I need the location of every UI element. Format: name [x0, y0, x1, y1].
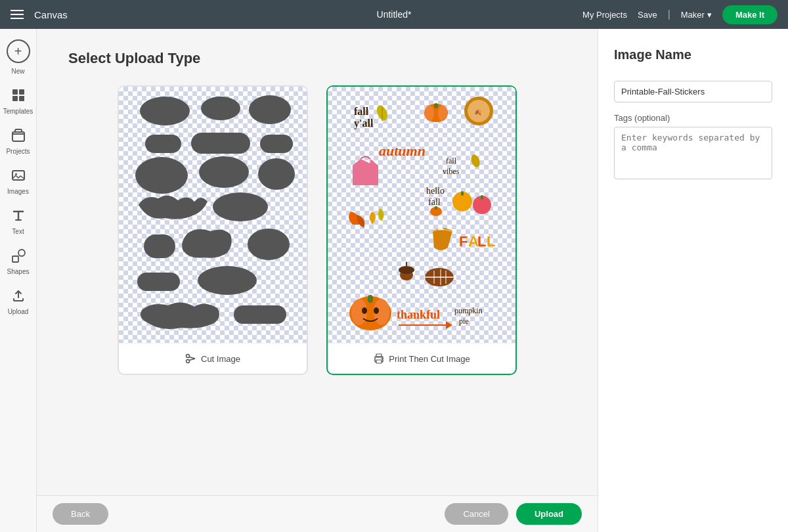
cancel-button[interactable]: Cancel — [445, 503, 508, 525]
svg-point-15 — [135, 157, 188, 194]
svg-point-33 — [425, 105, 434, 121]
back-button[interactable]: Back — [53, 503, 108, 525]
make-it-button[interactable]: Make It — [722, 5, 777, 24]
svg-line-27 — [189, 359, 195, 361]
document-title: Untitled* — [377, 9, 412, 20]
svg-text:L: L — [487, 233, 495, 250]
svg-text:L: L — [477, 233, 486, 250]
svg-rect-2 — [12, 96, 18, 101]
sidebar: + New Templates Proje — [0, 29, 37, 532]
upload-type-cards: Cut Image fall y'all — [68, 85, 566, 375]
topnav-right: My Projects Save | Maker ▾ Make It — [582, 5, 777, 24]
sidebar-label-shapes: Shapes — [7, 268, 30, 275]
svg-text:vibes: vibes — [443, 167, 460, 176]
bottom-right-actions: Cancel Upload — [445, 503, 582, 525]
svg-rect-13 — [191, 133, 250, 154]
svg-text:F: F — [459, 233, 468, 250]
sidebar-label-new: New — [11, 68, 24, 75]
svg-point-24 — [186, 355, 190, 358]
svg-text:fall: fall — [354, 106, 369, 117]
svg-text:autumn: autumn — [379, 143, 426, 159]
menu-button[interactable] — [11, 10, 24, 19]
shapes-icon — [11, 248, 26, 266]
print-cut-preview: fall y'all — [328, 87, 515, 343]
svg-text:thankful: thankful — [397, 308, 440, 321]
templates-icon — [11, 88, 26, 106]
cut-image-footer[interactable]: Cut Image — [119, 343, 307, 374]
image-name-input[interactable] — [614, 81, 772, 102]
content-inner: Select Upload Type — [37, 29, 598, 495]
svg-rect-7 — [12, 256, 18, 262]
sidebar-item-text[interactable]: Text — [2, 203, 35, 240]
chevron-down-icon: ▾ — [707, 10, 712, 20]
svg-rect-50 — [481, 195, 483, 200]
sidebar-item-shapes[interactable]: Shapes — [2, 243, 35, 280]
projects-icon — [11, 128, 26, 146]
sidebar-label-templates: Templates — [3, 108, 33, 115]
panel-title: Image Name — [614, 47, 772, 62]
svg-text:pie: pie — [459, 317, 469, 326]
svg-point-22 — [198, 266, 257, 295]
bottom-bar: Back Cancel Upload — [37, 495, 598, 532]
image-name-field-group — [614, 81, 772, 102]
svg-point-18 — [213, 192, 268, 221]
svg-rect-1 — [19, 89, 24, 95]
print-cut-card[interactable]: fall y'all — [326, 85, 517, 375]
app-title: Canvas — [34, 9, 68, 20]
svg-point-10 — [201, 97, 240, 120]
cut-image-label: Cut Image — [201, 354, 240, 364]
svg-point-67 — [362, 307, 367, 314]
sidebar-label-upload: Upload — [8, 308, 29, 315]
nav-divider: | — [668, 9, 670, 20]
top-nav: Canvas Untitled* My Projects Save | Make… — [0, 0, 788, 29]
sidebar-item-images[interactable]: Images — [2, 163, 35, 200]
cut-image-card[interactable]: Cut Image — [118, 85, 308, 375]
svg-point-25 — [186, 360, 190, 363]
svg-text:fall: fall — [428, 197, 441, 207]
svg-point-16 — [199, 156, 249, 188]
text-icon — [11, 208, 26, 226]
save-link[interactable]: Save — [638, 10, 657, 20]
images-icon — [11, 168, 26, 186]
upload-button[interactable]: Upload — [516, 503, 582, 525]
cut-shapes-svg — [125, 90, 303, 340]
cut-image-preview — [119, 87, 307, 343]
svg-rect-19 — [144, 234, 175, 258]
sidebar-item-new[interactable]: + New — [2, 34, 35, 80]
svg-rect-3 — [19, 96, 24, 101]
sidebar-item-upload[interactable]: Upload — [2, 283, 35, 321]
svg-rect-0 — [12, 89, 18, 95]
svg-point-68 — [374, 307, 379, 314]
svg-text:pumpkin: pumpkin — [454, 306, 483, 315]
svg-rect-66 — [368, 295, 373, 303]
upload-icon — [11, 288, 26, 306]
tags-input[interactable] — [614, 127, 772, 179]
stickers-svg: fall y'all — [334, 90, 512, 338]
printer-icon — [373, 353, 385, 365]
svg-rect-14 — [260, 135, 293, 153]
svg-text:y'all: y'all — [354, 118, 374, 129]
svg-text:hello: hello — [426, 186, 445, 196]
svg-point-34 — [438, 105, 447, 121]
maker-dropdown[interactable]: Maker ▾ — [681, 10, 712, 20]
scissors-icon — [185, 353, 197, 365]
svg-rect-21 — [137, 273, 180, 291]
svg-rect-35 — [434, 103, 438, 108]
svg-text:🍂: 🍂 — [474, 108, 482, 116]
svg-point-6 — [15, 173, 17, 175]
new-icon: + — [7, 39, 30, 63]
print-cut-footer[interactable]: Print Then Cut Image — [328, 343, 515, 374]
sidebar-item-projects[interactable]: Projects — [2, 123, 35, 160]
sidebar-label-images: Images — [7, 188, 29, 195]
my-projects-link[interactable]: My Projects — [582, 10, 627, 20]
svg-point-17 — [258, 158, 295, 190]
sidebar-label-text: Text — [12, 228, 24, 235]
sidebar-item-templates[interactable]: Templates — [2, 83, 35, 120]
page-title: Select Upload Type — [68, 50, 566, 67]
svg-point-20 — [248, 229, 290, 260]
svg-point-9 — [140, 97, 190, 125]
print-cut-label: Print Then Cut Image — [389, 354, 470, 364]
content-area: Select Upload Type — [37, 29, 598, 532]
svg-text:fall: fall — [446, 156, 457, 166]
svg-rect-12 — [145, 135, 181, 153]
